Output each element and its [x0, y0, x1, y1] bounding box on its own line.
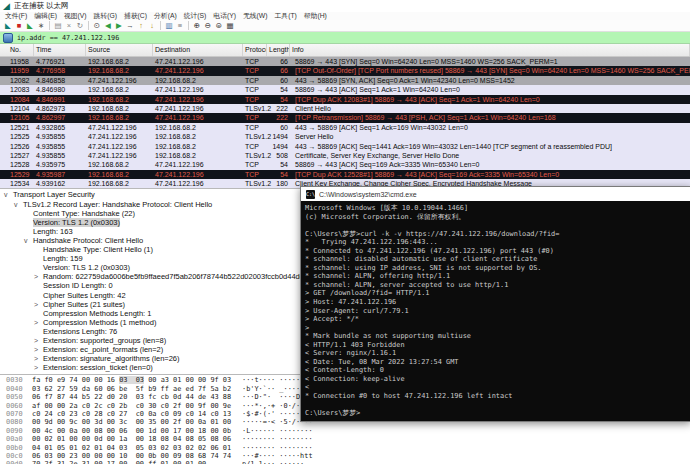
auto-scroll-button[interactable]: ▥	[164, 21, 174, 31]
packet-row[interactable]: 121044.862973192.168.68.247.241.122.196T…	[0, 104, 690, 113]
capture-options-icon: ∗	[38, 21, 44, 31]
hex-row[interactable]: 00c006 03 00 23 00 00 00 10 00 0b 00 09 …	[0, 452, 690, 460]
packet-row[interactable]: 125274.93585547.241.122.196192.168.68.2T…	[0, 151, 690, 160]
cell-destination: 192.168.68.2	[153, 151, 243, 160]
expand-icon[interactable]: >	[34, 300, 43, 309]
column-header-destination[interactable]: Destination	[153, 44, 243, 56]
cmd-console[interactable]: Microsoft Windows [版本 10.0.19044.1466](c…	[301, 201, 690, 421]
go-first-button[interactable]: ↑	[136, 21, 146, 31]
menu-item-捕获[interactable]: 捕获(C)	[124, 11, 147, 21]
resize-columns-icon: ▦	[226, 21, 233, 31]
packet-row[interactable]: 125284.935975192.168.68.247.241.122.196T…	[0, 160, 690, 169]
packet-row[interactable]: 119594.776958192.168.68.247.241.122.196T…	[0, 66, 690, 75]
cell-source: 192.168.68.2	[86, 113, 153, 122]
menu-item-帮助[interactable]: 帮助(H)	[304, 11, 327, 21]
menu-item-工具[interactable]: 工具(T)	[275, 11, 297, 21]
packet-row[interactable]: 120844.846991192.168.68.247.241.122.196T…	[0, 95, 690, 104]
go-to-packet-button[interactable]: →	[125, 21, 135, 31]
cell-protocol: TLSv1.2	[243, 132, 267, 141]
menu-item-分析[interactable]: 分析(A)	[154, 11, 177, 21]
hex-row[interactable]: 009000 4c 00 0a 00 08 00 06 00 1d 00 17 …	[0, 427, 690, 435]
console-line: > Host: 47.241.122.196	[305, 298, 690, 307]
column-header-protocol[interactable]: Protocol	[243, 44, 267, 56]
expand-icon[interactable]: >	[34, 345, 43, 354]
cell-time: 4.935975	[34, 160, 86, 169]
hex-bytes: 06 03 00 23 00 00 00 10 00 0b 00 09 08 6…	[32, 452, 242, 460]
go-forward-button[interactable]: ▶	[114, 21, 124, 31]
reload-button[interactable]: ↻	[75, 21, 85, 31]
zoom-original-button[interactable]: ⊜	[214, 21, 224, 31]
cell-time: 4.776958	[34, 66, 86, 75]
console-line: C:\Users\梦梦>	[305, 409, 690, 418]
packet-row[interactable]: 125254.93585547.241.122.196192.168.68.2T…	[0, 132, 690, 141]
start-capture-button[interactable]: ◣	[3, 21, 13, 31]
cmd-titlebar[interactable]: C:\ C:\Windows\system32\cmd.exe	[301, 187, 690, 201]
expand-icon[interactable]: >	[34, 354, 43, 363]
restart-capture-button[interactable]: ◣	[25, 21, 35, 31]
colorize-button[interactable]: ≡	[175, 21, 185, 31]
menu-item-跳转[interactable]: 跳转(G)	[94, 11, 117, 21]
cell-length: 1494	[267, 142, 290, 151]
menu-item-无线[interactable]: 无线(W)	[243, 11, 268, 21]
stop-capture-button[interactable]: ■	[14, 21, 24, 31]
column-header-length[interactable]: Length	[267, 44, 290, 56]
find-packet-button[interactable]: ⊙	[92, 21, 102, 31]
menu-item-编辑[interactable]: 编辑(E)	[34, 11, 57, 21]
expand-icon[interactable]: >	[34, 318, 43, 327]
open-file-button[interactable]: ▤	[53, 21, 63, 31]
collapse-icon[interactable]: v	[24, 236, 33, 245]
collapse-icon[interactable]: v	[14, 200, 23, 209]
cell-time: 4.862997	[34, 113, 86, 122]
hex-offset: 0060	[6, 402, 32, 410]
go-back-button[interactable]: ◀	[103, 21, 113, 31]
column-header-time[interactable]: Time	[34, 44, 86, 56]
packet-row[interactable]: 119584.776921192.168.68.247.241.122.196T…	[0, 57, 690, 66]
expand-icon[interactable]: >	[34, 336, 43, 345]
capture-options-button[interactable]: ∗	[36, 21, 46, 31]
console-line: C:\Users\梦梦>curl -k -v https://47.241.12…	[305, 230, 690, 239]
go-last-button[interactable]: ↓	[147, 21, 157, 31]
collapse-icon[interactable]: v	[4, 190, 13, 199]
menu-item-电话[interactable]: 电话(Y)	[213, 11, 236, 21]
column-header-info[interactable]: Info	[290, 44, 690, 56]
packet-row[interactable]: 125264.93585547.241.122.196192.168.68.2T…	[0, 142, 690, 151]
hex-bytes: 03 62 27 59 da 60 06 be 5f b9 ff ae ed 7…	[32, 385, 242, 393]
console-line: < Server: nginx/1.16.1	[305, 349, 690, 358]
close-file-button[interactable]: ×	[64, 21, 74, 31]
packet-row[interactable]: 121054.862997192.168.68.247.241.122.196T…	[0, 113, 690, 122]
packet-list-header: No.TimeSourceDestinationProtocolLengthIn…	[0, 44, 690, 57]
cell-destination: 47.241.122.196	[153, 104, 243, 113]
hex-row[interactable]: 00b004 01 05 01 02 01 04 03 05 03 02 03 …	[0, 444, 690, 452]
resize-columns-button[interactable]: ▦	[225, 21, 235, 31]
hex-offset: 0030	[6, 376, 32, 384]
go-first-icon: ↑	[139, 21, 143, 31]
cell-protocol: TCP	[243, 85, 267, 94]
console-line: <	[305, 383, 690, 392]
filter-bookmark-icon[interactable]	[3, 33, 13, 43]
expand-icon[interactable]: >	[34, 363, 43, 372]
zoom-in-button[interactable]: ⊕	[192, 21, 202, 31]
column-header-no[interactable]: No.	[8, 44, 34, 56]
console-line: * Mark bundle as not supporting multiuse	[305, 332, 690, 341]
column-header-source[interactable]: Source	[86, 44, 153, 56]
expand-icon[interactable]: >	[34, 272, 43, 281]
packet-row[interactable]: 125214.93286547.241.122.196192.168.68.2T…	[0, 123, 690, 132]
window-title: 正在捕获 以太网	[14, 1, 69, 11]
hex-row[interactable]: 00a000 02 01 00 00 0d 00 1a 00 18 08 04 …	[0, 435, 690, 443]
cell-destination: 192.168.68.2	[153, 123, 243, 132]
cell-source: 192.168.68.2	[86, 66, 153, 75]
zoom-out-button[interactable]: ⊖	[203, 21, 213, 31]
packet-row[interactable]: 120834.846980192.168.68.247.241.122.196T…	[0, 85, 690, 94]
menu-item-统计[interactable]: 统计(S)	[184, 11, 207, 21]
cell-protocol: TCP	[243, 160, 267, 169]
console-line: * Connected to 47.241.122.196 (47.241.12…	[305, 247, 690, 256]
toolbar-separator	[88, 21, 89, 30]
hex-bytes: fa f0 e9 74 00 00 16 03 03 00 a3 01 00 0…	[32, 376, 242, 384]
packet-row[interactable]: 125294.935987192.168.68.247.241.122.196T…	[0, 170, 690, 179]
hex-bytes-pre: fa f0 e9 74 00 00 16	[32, 376, 119, 384]
filter-input[interactable]: ip.addr == 47.241.122.196	[17, 34, 119, 42]
hex-row[interactable]: 00d070 2f 31 2e 31 00 17 00 00 ff 01 00 …	[0, 460, 690, 464]
packet-row[interactable]: 120824.84685847.241.122.196192.168.68.2T…	[0, 76, 690, 85]
menu-item-文件[interactable]: 文件(F)	[5, 11, 27, 21]
menu-item-视图[interactable]: 视图(V)	[64, 11, 87, 21]
